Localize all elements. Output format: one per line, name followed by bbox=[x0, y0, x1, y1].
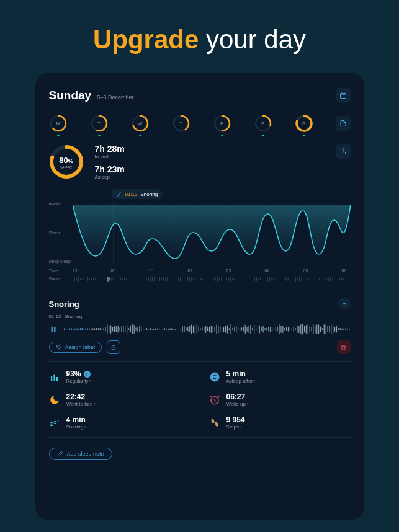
svg-rect-168 bbox=[127, 325, 127, 334]
day-ring[interactable]: S bbox=[295, 114, 313, 133]
quality-label: Quality bbox=[60, 165, 72, 169]
svg-rect-198 bbox=[180, 329, 181, 330]
date-subtitle: 5–6 December bbox=[97, 94, 134, 100]
day-ring[interactable]: M bbox=[49, 114, 68, 133]
svg-rect-142 bbox=[79, 328, 80, 330]
svg-rect-208 bbox=[198, 326, 199, 332]
svg-rect-170 bbox=[130, 326, 130, 332]
snore-event[interactable] bbox=[143, 277, 170, 282]
went-to-bed-stat[interactable]: 22:42 Went to bed› bbox=[49, 392, 191, 407]
svg-rect-88 bbox=[238, 277, 238, 280]
svg-rect-131 bbox=[51, 327, 52, 332]
svg-rect-212 bbox=[205, 326, 206, 333]
svg-rect-172 bbox=[133, 325, 134, 334]
svg-rect-218 bbox=[216, 324, 217, 334]
svg-rect-167 bbox=[125, 326, 125, 332]
svg-rect-99 bbox=[267, 277, 268, 282]
pause-button[interactable] bbox=[49, 325, 58, 334]
regularity-stat[interactable]: 93%i Regularity› bbox=[49, 370, 191, 384]
svg-rect-104 bbox=[286, 277, 287, 281]
svg-rect-71 bbox=[197, 278, 197, 280]
day-ring[interactable]: W bbox=[131, 114, 150, 133]
snore-event[interactable] bbox=[249, 277, 276, 282]
svg-rect-171 bbox=[132, 324, 132, 334]
svg-rect-21 bbox=[78, 277, 79, 282]
svg-rect-254 bbox=[280, 326, 281, 332]
svg-rect-127 bbox=[338, 277, 338, 281]
svg-rect-261 bbox=[293, 327, 294, 332]
document-icon bbox=[339, 120, 347, 127]
svg-rect-106 bbox=[290, 278, 290, 280]
calendar-button[interactable] bbox=[336, 88, 351, 103]
day-ring[interactable]: T bbox=[172, 114, 191, 133]
week-row: MTWTFSS bbox=[49, 114, 351, 133]
day-ring[interactable]: T bbox=[90, 114, 109, 133]
svg-rect-197 bbox=[178, 329, 179, 329]
snoring-icon bbox=[116, 191, 122, 197]
asleep-after-stat[interactable]: 5 min Asleep after› bbox=[209, 370, 351, 384]
collapse-button[interactable] bbox=[338, 298, 351, 310]
audio-waveform[interactable] bbox=[64, 323, 351, 335]
delete-button[interactable] bbox=[337, 340, 351, 354]
snore-event[interactable] bbox=[107, 277, 135, 282]
woke-up-stat[interactable]: 06:27 Woke up› bbox=[209, 392, 351, 407]
svg-rect-74 bbox=[202, 278, 203, 280]
document-button[interactable] bbox=[336, 116, 351, 131]
snore-event[interactable] bbox=[284, 277, 312, 282]
svg-rect-148 bbox=[91, 329, 91, 330]
svg-rect-108 bbox=[294, 277, 294, 282]
quality-ring[interactable]: 80% Quality bbox=[49, 144, 84, 179]
snore-event[interactable] bbox=[213, 277, 241, 282]
svg-rect-122 bbox=[328, 277, 329, 280]
snore-event[interactable] bbox=[73, 277, 100, 282]
snoring-meta: 01:12Snoring bbox=[49, 314, 351, 319]
svg-rect-281 bbox=[329, 326, 330, 333]
svg-rect-139 bbox=[74, 329, 75, 330]
svg-rect-136 bbox=[69, 328, 69, 330]
chevron-up-icon bbox=[341, 301, 347, 307]
info-badge[interactable]: i bbox=[84, 371, 91, 378]
chart-annotation[interactable]: 01:12 Snoring bbox=[111, 189, 163, 199]
svg-rect-263 bbox=[297, 326, 297, 333]
steps-stat[interactable]: 9 954 Steps› bbox=[209, 415, 351, 430]
snore-event[interactable] bbox=[178, 277, 205, 282]
day-heading: Sunday 5–6 December bbox=[49, 89, 134, 102]
svg-rect-140 bbox=[76, 329, 77, 330]
svg-rect-50 bbox=[148, 277, 149, 281]
svg-rect-145 bbox=[85, 328, 86, 330]
snoring-stat[interactable]: zzz 4 min Snoring› bbox=[49, 415, 191, 430]
day-ring[interactable]: S bbox=[254, 114, 272, 133]
svg-rect-54 bbox=[156, 277, 156, 280]
svg-rect-202 bbox=[187, 327, 188, 332]
svg-rect-73 bbox=[200, 278, 201, 280]
svg-rect-67 bbox=[189, 277, 190, 282]
svg-rect-94 bbox=[258, 278, 259, 280]
share-button[interactable] bbox=[336, 144, 351, 159]
svg-rect-91 bbox=[253, 277, 253, 281]
svg-rect-225 bbox=[228, 328, 229, 330]
svg-rect-193 bbox=[171, 328, 172, 330]
svg-rect-283 bbox=[333, 324, 333, 334]
x-axis-labels: 2300010203040506 bbox=[73, 268, 351, 273]
share-audio-button[interactable] bbox=[107, 340, 120, 354]
svg-rect-155 bbox=[103, 328, 104, 331]
svg-rect-269 bbox=[307, 324, 308, 335]
snore-event[interactable] bbox=[319, 277, 346, 282]
svg-rect-251 bbox=[275, 326, 276, 332]
svg-point-303 bbox=[214, 421, 218, 427]
svg-rect-89 bbox=[249, 277, 249, 281]
svg-rect-38 bbox=[119, 277, 119, 281]
svg-rect-29 bbox=[93, 278, 94, 280]
svg-rect-216 bbox=[212, 326, 213, 333]
svg-rect-28 bbox=[91, 278, 92, 280]
svg-rect-134 bbox=[65, 328, 66, 330]
svg-rect-102 bbox=[273, 278, 274, 280]
sleep-chart-area[interactable]: Awake Sleep Deep sleep Time 230001020304… bbox=[49, 202, 351, 282]
svg-rect-239 bbox=[254, 325, 254, 334]
svg-rect-205 bbox=[192, 326, 193, 332]
svg-rect-166 bbox=[123, 326, 123, 333]
day-ring[interactable]: F bbox=[213, 114, 231, 133]
assign-label-button[interactable]: Assign label bbox=[49, 342, 102, 353]
add-sleep-note-button[interactable]: Add sleep note bbox=[49, 448, 112, 460]
svg-rect-44 bbox=[130, 277, 130, 281]
